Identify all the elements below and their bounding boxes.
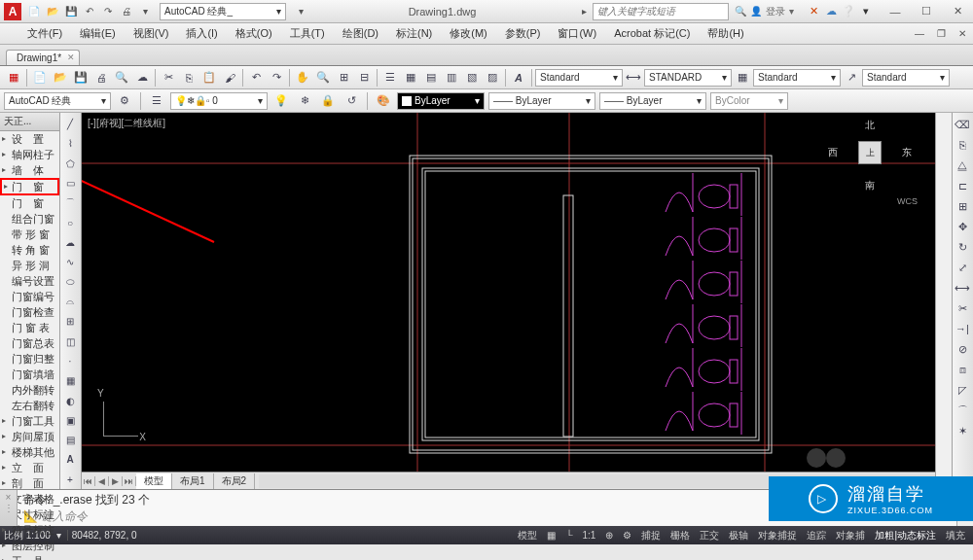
markup-icon[interactable]: ▧ bbox=[462, 68, 482, 88]
sidebar-item[interactable]: 剖 面 bbox=[0, 475, 59, 491]
status-snap[interactable]: 捕捉 bbox=[637, 528, 665, 543]
qat-save-icon[interactable]: 💾 bbox=[62, 3, 80, 20]
help-chevron-icon[interactable]: ▾ bbox=[858, 4, 874, 19]
ws-gear-icon[interactable]: ⚙ bbox=[115, 91, 134, 111]
tab-layout2[interactable]: 布局2 bbox=[214, 473, 256, 489]
stretch-icon[interactable]: ⟷ bbox=[953, 278, 972, 298]
sidebar-item[interactable]: 工 具 bbox=[0, 553, 59, 560]
tablestyle-combo[interactable]: Standard▾ bbox=[753, 69, 841, 87]
region-icon[interactable]: ▣ bbox=[60, 411, 80, 430]
plotstyle-combo[interactable]: ByColor▾ bbox=[710, 92, 788, 110]
menu-view[interactable]: 视图(V) bbox=[126, 23, 177, 44]
elliparc-icon[interactable]: ⌓ bbox=[60, 293, 80, 311]
spline-icon[interactable]: ∿ bbox=[60, 253, 80, 271]
move-icon[interactable]: ✥ bbox=[953, 217, 972, 236]
gradient-icon[interactable]: ◐ bbox=[60, 391, 80, 409]
menu-edit[interactable]: 编辑(E) bbox=[72, 23, 124, 44]
sidebar-item[interactable]: 门窗工具 bbox=[0, 413, 59, 429]
menu-window[interactable]: 窗口(W) bbox=[550, 23, 604, 44]
plot-icon[interactable]: 🖨 bbox=[91, 68, 111, 88]
cloud-icon[interactable]: ☁ bbox=[823, 4, 839, 19]
status-osnap2[interactable]: 对象捕 bbox=[832, 528, 869, 543]
layer-combo[interactable]: 💡❄🔒▫ 0▾ bbox=[170, 92, 268, 110]
preview-icon[interactable]: 🔍 bbox=[112, 68, 131, 88]
addsel-icon[interactable]: + bbox=[60, 471, 80, 489]
linetype-combo[interactable]: —— ByLayer▾ bbox=[488, 92, 595, 110]
sidebar-item[interactable]: 设 置 bbox=[0, 131, 59, 147]
rect-icon[interactable]: ▭ bbox=[60, 174, 80, 192]
erase-icon[interactable]: ⌫ bbox=[953, 115, 972, 134]
circle-icon[interactable]: ○ bbox=[60, 214, 80, 232]
sidebar-item[interactable]: 内外翻转 bbox=[0, 382, 59, 398]
dimstyle-combo[interactable]: STANDARD▾ bbox=[644, 69, 732, 87]
explode-icon[interactable]: ✶ bbox=[953, 421, 972, 440]
menu-param[interactable]: 参数(P) bbox=[497, 23, 549, 44]
offset-icon[interactable]: ⊏ bbox=[953, 176, 972, 195]
chamfer-icon[interactable]: ◸ bbox=[953, 380, 972, 400]
infocenter-search-icon[interactable]: 🔍 bbox=[735, 6, 746, 17]
trim-icon[interactable]: ✂ bbox=[953, 298, 972, 318]
status-anno-vis-icon[interactable]: ⊕ bbox=[601, 529, 617, 542]
match-icon[interactable]: 🖌 bbox=[220, 68, 239, 88]
tab-nav-last-icon[interactable]: ⏭ bbox=[123, 476, 136, 486]
menu-modify[interactable]: 修改(M) bbox=[442, 23, 495, 44]
cut-icon[interactable]: ✂ bbox=[159, 68, 178, 88]
sidebar-item[interactable]: 编号设置 bbox=[0, 273, 59, 289]
sidebar-item[interactable]: 墙 体 bbox=[0, 162, 59, 178]
status-lwt-dyn[interactable]: 加粗|动态标注 bbox=[871, 528, 940, 543]
sidebar-item[interactable]: 带 形 窗 bbox=[0, 227, 59, 242]
viewcube[interactable]: 北 南 西 东 上 WCS bbox=[836, 119, 904, 187]
zoomw-icon[interactable]: ⊞ bbox=[334, 68, 353, 88]
sidebar-item[interactable]: 门 窗 bbox=[0, 178, 59, 195]
fillet-icon[interactable]: ⌒ bbox=[953, 401, 972, 420]
menu-insert[interactable]: 插入(I) bbox=[178, 23, 225, 44]
sidebar-item[interactable]: 楼梯其他 bbox=[0, 444, 59, 460]
tab-model[interactable]: 模型 bbox=[136, 473, 172, 489]
tab-nav-next-icon[interactable]: ▶ bbox=[109, 476, 123, 486]
polygon-icon[interactable]: ⬠ bbox=[60, 155, 80, 173]
textstyle-combo[interactable]: Standard▾ bbox=[535, 69, 623, 87]
viewcube-top[interactable]: 上 bbox=[858, 141, 882, 164]
document-tab[interactable]: Drawing1* ✕ bbox=[6, 50, 80, 65]
layer-prev-icon[interactable]: ↺ bbox=[342, 91, 361, 111]
menu-format[interactable]: 格式(O) bbox=[228, 23, 280, 44]
publish-icon[interactable]: ☁ bbox=[132, 68, 152, 88]
arc-icon[interactable]: ⌒ bbox=[60, 193, 80, 212]
mirror-icon[interactable]: ⧋ bbox=[953, 156, 972, 175]
zoomp-icon[interactable]: ⊟ bbox=[354, 68, 374, 88]
block-icon[interactable]: ◫ bbox=[60, 332, 80, 350]
sidebar-item[interactable]: 门 窗 表 bbox=[0, 320, 59, 335]
array-icon[interactable]: ⊞ bbox=[953, 196, 972, 216]
new-icon[interactable]: 📄 bbox=[30, 68, 50, 88]
dc-icon[interactable]: ▦ bbox=[401, 68, 420, 88]
tab-nav-first-icon[interactable]: ⏮ bbox=[82, 476, 95, 486]
viewcube-wcs[interactable]: WCS bbox=[897, 196, 918, 206]
exchange-icon[interactable]: ✕ bbox=[806, 4, 821, 19]
redo-icon[interactable]: ↷ bbox=[267, 68, 286, 88]
layer-prop-icon[interactable]: ☰ bbox=[147, 91, 166, 111]
sidebar-item[interactable]: 房间屋顶 bbox=[0, 429, 59, 444]
doc-tab-close-icon[interactable]: ✕ bbox=[67, 52, 75, 62]
title-arrow-icon[interactable]: ▸ bbox=[575, 3, 593, 20]
search-input[interactable] bbox=[593, 3, 729, 20]
sidebar-item[interactable]: 异 形 洞 bbox=[0, 258, 59, 273]
pan-icon[interactable]: ✋ bbox=[293, 68, 312, 88]
revcloud-icon[interactable]: ☁ bbox=[60, 233, 80, 252]
mleaderstyle-combo[interactable]: Standard▾ bbox=[862, 69, 950, 87]
status-otrack[interactable]: 追踪 bbox=[803, 528, 830, 543]
sidebar-item[interactable]: 左右翻转 bbox=[0, 398, 59, 413]
doc-close-button[interactable]: ✕ bbox=[952, 25, 973, 43]
color-icon[interactable]: 🎨 bbox=[374, 91, 393, 111]
pline-icon[interactable]: ⌇ bbox=[60, 134, 80, 153]
status-fill[interactable]: 填充 bbox=[942, 528, 969, 543]
sidebar-item[interactable]: 门窗检查 bbox=[0, 304, 59, 320]
tool-group-icon[interactable]: ▦ bbox=[4, 68, 23, 88]
mtext-icon[interactable]: A bbox=[60, 450, 80, 469]
zoom-icon[interactable]: 🔍 bbox=[313, 68, 333, 88]
qat-more-icon[interactable]: ▾ bbox=[136, 3, 154, 20]
mleader-icon[interactable]: ↗ bbox=[842, 68, 861, 88]
menu-tools[interactable]: 工具(T) bbox=[282, 23, 333, 44]
ws-menu-icon[interactable]: ▾ bbox=[292, 3, 309, 20]
sidebar-item[interactable]: 门窗填墙 bbox=[0, 367, 59, 382]
qat-undo-icon[interactable]: ↶ bbox=[81, 3, 98, 20]
